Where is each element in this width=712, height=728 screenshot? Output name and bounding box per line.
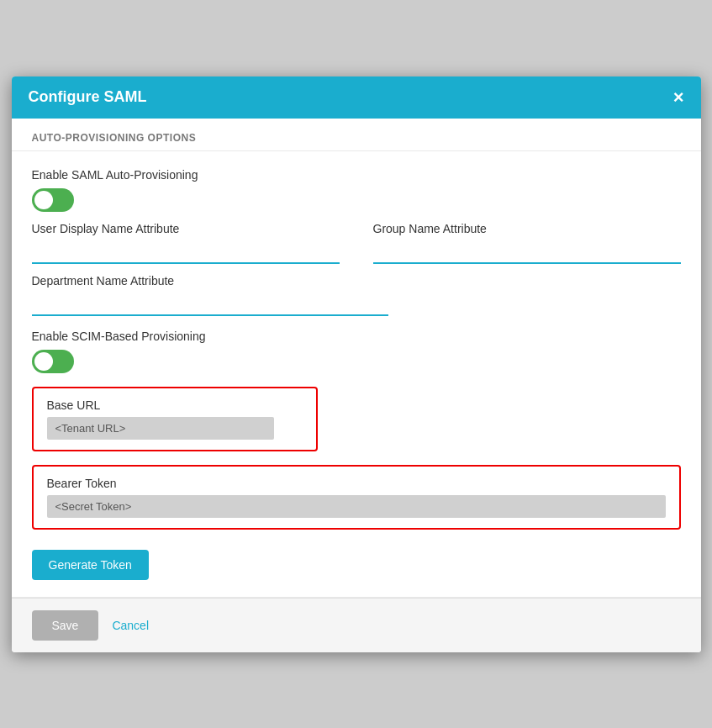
toggle-check-saml: ✓ xyxy=(38,193,48,207)
group-name-input[interactable] xyxy=(373,242,681,264)
cancel-button[interactable]: Cancel xyxy=(112,619,149,632)
modal-body: AUTO-PROVISIONING OPTIONS Enable SAML Au… xyxy=(12,119,701,598)
enable-scim-toggle[interactable]: ✓ xyxy=(32,350,74,373)
enable-scim-label: Enable SCIM-Based Provisioning xyxy=(32,330,681,343)
department-name-group: Department Name Attribute xyxy=(32,274,681,316)
enable-saml-group: Enable SAML Auto-Provisioning ✓ xyxy=(32,168,681,212)
user-group-name-row: User Display Name Attribute Group Name A… xyxy=(32,222,681,274)
auto-provisioning-content: Enable SAML Auto-Provisioning ✓ User Dis… xyxy=(12,151,701,598)
modal-header: Configure SAML × xyxy=(12,76,701,119)
enable-saml-toggle-container: ✓ xyxy=(32,188,681,212)
modal-title: Configure SAML xyxy=(29,88,147,106)
enable-saml-toggle[interactable]: ✓ xyxy=(32,188,74,212)
enable-scim-group: Enable SCIM-Based Provisioning ✓ xyxy=(32,330,681,373)
user-display-name-input[interactable] xyxy=(32,242,340,264)
toggle-check-scim: ✓ xyxy=(38,355,48,368)
base-url-box: Base URL <Tenant URL> xyxy=(32,387,318,451)
department-name-label: Department Name Attribute xyxy=(32,274,681,288)
bearer-token-box: Bearer Token <Secret Token> xyxy=(32,465,681,530)
enable-saml-label: Enable SAML Auto-Provisioning xyxy=(32,168,681,182)
bearer-token-label: Bearer Token xyxy=(47,477,666,490)
auto-provisioning-section-header: AUTO-PROVISIONING OPTIONS xyxy=(12,119,701,151)
user-display-name-group: User Display Name Attribute xyxy=(32,222,340,264)
save-button[interactable]: Save xyxy=(32,610,99,641)
group-name-group: Group Name Attribute xyxy=(373,222,681,264)
modal-wrapper: Configure SAML × AUTO-PROVISIONING OPTIO… xyxy=(0,0,712,728)
bearer-token-input[interactable]: <Secret Token> xyxy=(47,495,666,518)
base-url-label: Base URL xyxy=(47,398,303,412)
modal-footer: Save Cancel xyxy=(12,598,701,652)
generate-token-button[interactable]: Generate Token xyxy=(32,550,149,580)
group-name-label: Group Name Attribute xyxy=(373,222,681,235)
base-url-input[interactable]: <Tenant URL> xyxy=(47,417,274,440)
modal-close-button[interactable]: × xyxy=(673,88,684,107)
enable-scim-toggle-container: ✓ xyxy=(32,350,681,373)
department-name-input[interactable] xyxy=(32,294,389,316)
configure-saml-modal: Configure SAML × AUTO-PROVISIONING OPTIO… xyxy=(12,76,701,652)
user-display-name-label: User Display Name Attribute xyxy=(32,222,340,235)
